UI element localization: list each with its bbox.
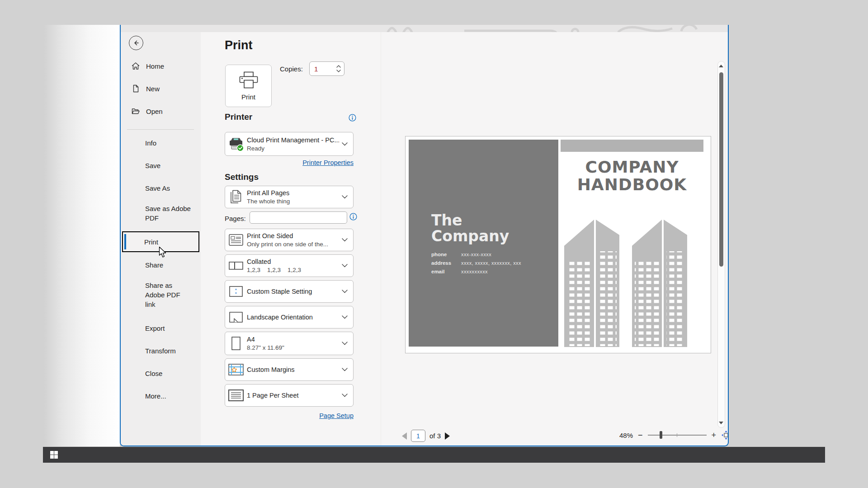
zoom-slider-tick (677, 433, 678, 437)
sidebar-item-close[interactable]: Close (127, 366, 196, 380)
sidebar-item-label: New (146, 85, 160, 93)
sidebar-item-label: Save (145, 161, 160, 170)
paper-size-dropdown[interactable]: A4 8.27" x 11.69" (225, 332, 354, 355)
sidebar-item-open[interactable]: Open (127, 104, 196, 118)
margins-dropdown[interactable]: Custom Margins (225, 358, 354, 381)
scrollbar-down-icon[interactable] (719, 422, 723, 424)
chevron-down-icon (342, 195, 348, 199)
print-sided-label: Print One Sided (247, 232, 339, 239)
previous-page-button[interactable] (402, 432, 407, 440)
open-folder-icon (131, 107, 140, 116)
margins-label: Custom Margins (247, 366, 339, 373)
sidebar-divider (127, 129, 194, 130)
printer-properties-link[interactable]: Printer Properties (270, 159, 354, 166)
sidebar-item-more[interactable]: More... (127, 389, 196, 403)
page-range-label: Print All Pages (247, 189, 339, 197)
sidebar-item-info[interactable]: Info (127, 136, 196, 150)
next-page-button[interactable] (445, 432, 450, 440)
chevron-down-icon (342, 368, 348, 371)
staple-label: Custom Staple Setting (247, 288, 339, 295)
print-button-label: Print (241, 93, 255, 101)
sidebar-item-label: Export (145, 324, 165, 333)
sidebar-item-label: Transform (145, 346, 176, 356)
sidebar-item-save[interactable]: Save (127, 159, 196, 172)
contact-label: email (431, 269, 461, 274)
sidebar-item-label: Close (145, 369, 162, 378)
sidebar-item-label: More... (145, 391, 166, 401)
handbook-title-line2: HANDBOOK (577, 175, 687, 194)
sidebar-item-label: Print (144, 238, 158, 246)
sidebar-item-share[interactable]: Share (127, 258, 196, 272)
zoom-controls: 48% − + (619, 430, 729, 440)
preview-scrollbar[interactable] (717, 61, 725, 428)
page-setup-link[interactable]: Page Setup (270, 412, 354, 419)
chevron-down-icon (342, 238, 348, 242)
pages-input[interactable] (250, 211, 347, 224)
chevron-down-icon (342, 142, 348, 146)
pages-per-sheet-label: 1 Page Per Sheet (247, 392, 339, 399)
zoom-out-button[interactable]: − (638, 431, 643, 439)
print-sided-dropdown[interactable]: Print One Sided Only print on one side o… (225, 229, 354, 251)
copies-input[interactable] (310, 65, 333, 73)
zoom-slider[interactable] (648, 435, 707, 436)
contact-value: xxx-xxx-xxxx (461, 252, 491, 257)
top-banner-strip (121, 25, 728, 32)
staple-icon (225, 286, 247, 297)
sidebar-item-home[interactable]: Home (127, 59, 196, 73)
current-page-input[interactable] (411, 430, 425, 442)
landscape-orientation-icon (225, 311, 247, 324)
windows-start-button[interactable] (50, 451, 58, 459)
sidebar-item-label: Share as Adobe PDF link (145, 281, 184, 309)
orientation-dropdown[interactable]: Landscape Orientation (225, 306, 354, 328)
printer-info-icon[interactable] (349, 114, 356, 122)
pages-per-sheet-dropdown[interactable]: 1 Page Per Sheet (225, 384, 354, 407)
new-document-icon (131, 84, 140, 93)
back-button[interactable] (129, 36, 143, 50)
contact-block: phone xxx-xxx-xxxx address xxxx, xxxxx, … (431, 252, 521, 277)
printer-icon (238, 71, 259, 90)
sidebar-item-save-as-adobe-pdf[interactable]: Save as Adobe PDF (127, 204, 196, 223)
spinner-up-icon[interactable] (336, 65, 341, 68)
copies-stepper[interactable] (309, 61, 344, 76)
company-name-line1: The (431, 211, 462, 229)
windows-logo-icon (50, 451, 58, 459)
staple-dropdown[interactable]: Custom Staple Setting (225, 280, 354, 303)
handbook-title-line1: COMPANY (585, 158, 679, 176)
printer-select-dropdown[interactable]: Cloud Print Management - PC... Ready (225, 132, 354, 156)
sidebar-item-print-selected[interactable]: Print (122, 231, 199, 252)
contact-row-address: address xxxx, xxxxx, xxxxxxx, xxx (431, 260, 521, 266)
page-title: Print (225, 38, 253, 52)
sidebar-item-save-as[interactable]: Save As (127, 181, 196, 195)
pages-info-icon[interactable] (349, 213, 357, 221)
collation-dropdown[interactable]: Collated 1,2,3 1,2,3 1,2,3 (225, 254, 354, 277)
sidebar-item-transform[interactable]: Transform (127, 344, 196, 357)
company-name: The Company (431, 212, 509, 244)
printer-name: Cloud Print Management - PC... (247, 136, 339, 144)
spinner-down-icon[interactable] (336, 70, 341, 72)
printer-device-icon (225, 136, 247, 152)
sidebar-item-label: Home (146, 62, 164, 70)
chevron-down-icon (342, 290, 348, 293)
zoom-in-button[interactable]: + (712, 431, 717, 439)
print-button[interactable]: Print (225, 65, 272, 107)
sidebar-item-label: Open (146, 108, 163, 115)
sidebar-item-label: Info (145, 138, 156, 148)
printer-status: Ready (247, 145, 339, 152)
sidebar-item-new[interactable]: New (127, 82, 196, 95)
back-arrow-icon (132, 39, 140, 47)
backstage-print-window: Home New Open Info Save Save As Save as … (120, 25, 729, 446)
banner-art-icon (121, 25, 728, 32)
sidebar-item-export[interactable]: Export (127, 321, 196, 335)
settings-section-title: Settings (225, 172, 259, 182)
contact-label: address (431, 260, 461, 266)
scrollbar-thumb[interactable] (719, 72, 723, 267)
zoom-to-page-button[interactable] (721, 430, 729, 440)
contact-label: phone (431, 252, 461, 257)
sidebar-item-share-as-adobe-pdf-link[interactable]: Share as Adobe PDF link (127, 281, 196, 309)
zoom-slider-thumb[interactable] (660, 431, 662, 439)
contact-value: xxxxxxxxxx (461, 269, 488, 274)
print-sided-sublabel: Only print on one side of the... (247, 241, 339, 248)
page-range-dropdown[interactable]: Print All Pages The whole thing (225, 186, 354, 208)
scrollbar-up-icon[interactable] (719, 65, 723, 67)
collated-icon (225, 261, 247, 271)
